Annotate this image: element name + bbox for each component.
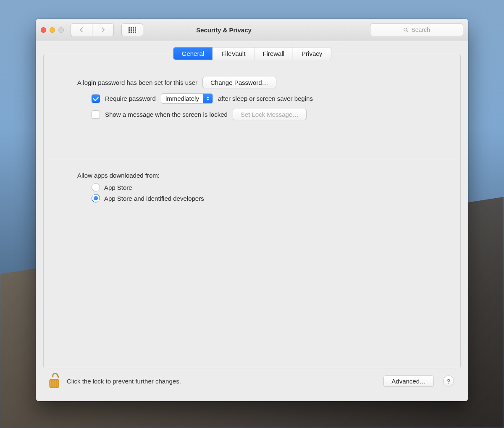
gatekeeper-section: Allow apps downloaded from: App Store Ap…	[44, 159, 460, 213]
lock-open-icon	[48, 373, 60, 389]
tab-firewall[interactable]: Firewall	[254, 47, 293, 60]
login-password-info: A login password has been set for this u…	[77, 79, 197, 86]
show-message-row: Show a message when the screen is locked…	[77, 109, 427, 120]
search-icon	[403, 27, 409, 33]
change-password-button[interactable]: Change Password…	[202, 77, 276, 88]
login-password-section: A login password has been set for this u…	[44, 64, 460, 134]
tab-filevault[interactable]: FileVault	[213, 47, 254, 60]
window-footer: Click the lock to prevent further change…	[43, 368, 461, 396]
show-message-label: Show a message when the screen is locked	[105, 111, 228, 118]
radio-appstore[interactable]	[92, 183, 100, 192]
advanced-button[interactable]: Advanced…	[383, 375, 434, 387]
zoom-window-button	[58, 27, 64, 33]
search-placeholder: Search	[411, 26, 430, 33]
gatekeeper-option-identified[interactable]: App Store and identified developers	[92, 194, 427, 202]
radio-appstore-label: App Store	[104, 184, 132, 191]
svg-line-1	[407, 31, 408, 32]
gatekeeper-heading: Allow apps downloaded from:	[77, 172, 427, 179]
radio-identified-label: App Store and identified developers	[104, 195, 204, 202]
search-input[interactable]: Search	[370, 24, 463, 36]
require-password-delay-select[interactable]: immediately	[161, 93, 213, 104]
gatekeeper-option-appstore[interactable]: App Store	[92, 183, 427, 192]
set-lock-message-button: Set Lock Message…	[233, 109, 307, 120]
require-password-label-after: after sleep or screen saver begins	[218, 95, 313, 102]
svg-rect-2	[50, 379, 59, 388]
window-controls	[41, 27, 67, 33]
require-password-row: Require password immediately after sleep…	[77, 93, 427, 104]
help-button[interactable]: ?	[443, 375, 454, 386]
tab-bar: General FileVault Firewall Privacy	[173, 47, 331, 60]
tab-general[interactable]: General	[173, 47, 213, 60]
preferences-window: Security & Privacy Search General FileVa…	[36, 19, 468, 401]
require-password-checkbox[interactable]	[92, 95, 100, 103]
desktop-background: Security & Privacy Search General FileVa…	[0, 0, 504, 428]
lock-hint-text: Click the lock to prevent further change…	[67, 378, 378, 385]
lock-button[interactable]	[47, 373, 62, 389]
window-title: Security & Privacy	[81, 26, 367, 34]
window-titlebar: Security & Privacy Search	[36, 19, 468, 41]
select-stepper-icon	[203, 94, 213, 103]
window-content: General FileVault Firewall Privacy A log…	[36, 41, 468, 401]
settings-panel: General FileVault Firewall Privacy A log…	[43, 54, 461, 368]
minimize-window-button[interactable]	[50, 27, 55, 33]
login-password-row: A login password has been set for this u…	[77, 77, 427, 88]
close-window-button[interactable]	[41, 27, 46, 33]
require-password-delay-value: immediately	[161, 94, 203, 103]
show-message-checkbox[interactable]	[92, 110, 100, 119]
radio-identified-developers[interactable]	[92, 194, 100, 202]
require-password-label-before: Require password	[105, 95, 156, 102]
tab-privacy[interactable]: Privacy	[293, 47, 331, 60]
